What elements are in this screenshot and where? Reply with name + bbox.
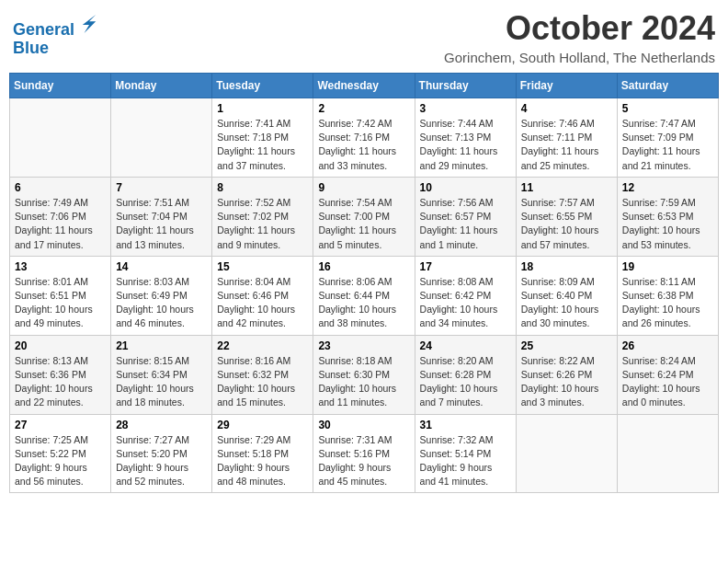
day-number: 26: [622, 339, 713, 352]
day-number: 18: [521, 260, 612, 273]
day-number: 10: [420, 181, 511, 194]
calendar-cell: 4Sunrise: 7:46 AMSunset: 7:11 PMDaylight…: [516, 98, 617, 178]
day-info: Sunrise: 8:09 AMSunset: 6:40 PMDaylight:…: [521, 275, 612, 331]
day-info: Sunrise: 7:25 AMSunset: 5:22 PMDaylight:…: [15, 433, 106, 489]
column-header-sunday: Sunday: [10, 74, 111, 98]
calendar-cell: 9Sunrise: 7:54 AMSunset: 7:00 PMDaylight…: [313, 177, 415, 256]
day-number: 19: [622, 260, 713, 273]
day-number: 28: [116, 419, 207, 431]
day-info: Sunrise: 7:47 AMSunset: 7:09 PMDaylight:…: [622, 117, 713, 173]
day-info: Sunrise: 7:54 AMSunset: 7:00 PMDaylight:…: [318, 196, 409, 252]
day-number: 27: [15, 419, 106, 431]
day-info: Sunrise: 7:27 AMSunset: 5:20 PMDaylight:…: [116, 433, 207, 489]
day-info: Sunrise: 7:51 AMSunset: 7:04 PMDaylight:…: [116, 196, 207, 252]
calendar-cell: 1Sunrise: 7:41 AMSunset: 7:18 PMDaylight…: [212, 98, 313, 178]
day-info: Sunrise: 8:18 AMSunset: 6:30 PMDaylight:…: [318, 354, 409, 410]
day-number: 12: [622, 181, 713, 194]
calendar-header-row: SundayMondayTuesdayWednesdayThursdayFrid…: [10, 74, 719, 98]
day-info: Sunrise: 8:22 AMSunset: 6:26 PMDaylight:…: [521, 354, 612, 410]
day-number: 14: [116, 260, 207, 273]
day-number: 2: [318, 102, 409, 115]
day-number: 25: [521, 339, 612, 352]
day-info: Sunrise: 7:59 AMSunset: 6:53 PMDaylight:…: [622, 196, 713, 252]
day-number: 3: [420, 102, 511, 115]
logo-blue: Blue: [13, 39, 49, 57]
day-info: Sunrise: 7:32 AMSunset: 5:14 PMDaylight:…: [420, 433, 511, 489]
month-title: October 2024: [444, 9, 715, 48]
calendar-week-row: 13Sunrise: 8:01 AMSunset: 6:51 PMDayligh…: [10, 256, 719, 335]
column-header-monday: Monday: [111, 74, 212, 98]
calendar-cell: 16Sunrise: 8:06 AMSunset: 6:44 PMDayligh…: [313, 256, 415, 335]
svg-marker-0: [83, 15, 96, 33]
day-info: Sunrise: 7:46 AMSunset: 7:11 PMDaylight:…: [521, 117, 612, 173]
calendar-cell: 8Sunrise: 7:52 AMSunset: 7:02 PMDaylight…: [212, 177, 313, 256]
day-info: Sunrise: 8:16 AMSunset: 6:32 PMDaylight:…: [217, 354, 308, 410]
calendar-cell: 11Sunrise: 7:57 AMSunset: 6:55 PMDayligh…: [516, 177, 617, 256]
day-number: 1: [217, 102, 308, 115]
day-number: 5: [622, 102, 713, 115]
day-info: Sunrise: 8:06 AMSunset: 6:44 PMDaylight:…: [318, 275, 409, 331]
calendar-cell: 28Sunrise: 7:27 AMSunset: 5:20 PMDayligh…: [111, 414, 212, 493]
day-info: Sunrise: 8:08 AMSunset: 6:42 PMDaylight:…: [420, 275, 511, 331]
calendar-cell: 12Sunrise: 7:59 AMSunset: 6:53 PMDayligh…: [617, 177, 718, 256]
day-number: 29: [217, 419, 308, 431]
calendar-cell: 24Sunrise: 8:20 AMSunset: 6:28 PMDayligh…: [415, 335, 516, 414]
calendar-cell: 7Sunrise: 7:51 AMSunset: 7:04 PMDaylight…: [111, 177, 212, 256]
logo-bird-icon: [81, 13, 97, 35]
day-number: 13: [15, 260, 106, 273]
calendar-cell: 29Sunrise: 7:29 AMSunset: 5:18 PMDayligh…: [212, 414, 313, 493]
calendar-cell: 2Sunrise: 7:42 AMSunset: 7:16 PMDaylight…: [313, 98, 415, 178]
day-info: Sunrise: 7:41 AMSunset: 7:18 PMDaylight:…: [217, 117, 308, 173]
day-number: 31: [420, 419, 511, 431]
calendar-cell: 27Sunrise: 7:25 AMSunset: 5:22 PMDayligh…: [10, 414, 111, 493]
day-number: 16: [318, 260, 409, 273]
day-number: 22: [217, 339, 308, 352]
calendar-cell: 5Sunrise: 7:47 AMSunset: 7:09 PMDaylight…: [617, 98, 718, 178]
calendar-cell: 6Sunrise: 7:49 AMSunset: 7:06 PMDaylight…: [10, 177, 111, 256]
day-number: 21: [116, 339, 207, 352]
calendar-cell: 18Sunrise: 8:09 AMSunset: 6:40 PMDayligh…: [516, 256, 617, 335]
day-info: Sunrise: 8:11 AMSunset: 6:38 PMDaylight:…: [622, 275, 713, 331]
day-info: Sunrise: 7:49 AMSunset: 7:06 PMDaylight:…: [15, 196, 106, 252]
day-info: Sunrise: 7:56 AMSunset: 6:57 PMDaylight:…: [420, 196, 511, 252]
day-number: 20: [15, 339, 106, 352]
day-info: Sunrise: 8:20 AMSunset: 6:28 PMDaylight:…: [420, 354, 511, 410]
day-number: 17: [420, 260, 511, 273]
calendar-week-row: 20Sunrise: 8:13 AMSunset: 6:36 PMDayligh…: [10, 335, 719, 414]
column-header-saturday: Saturday: [617, 74, 718, 98]
day-info: Sunrise: 8:03 AMSunset: 6:49 PMDaylight:…: [116, 275, 207, 331]
day-number: 24: [420, 339, 511, 352]
calendar-cell: 14Sunrise: 8:03 AMSunset: 6:49 PMDayligh…: [111, 256, 212, 335]
calendar-cell: 20Sunrise: 8:13 AMSunset: 6:36 PMDayligh…: [10, 335, 111, 414]
day-info: Sunrise: 8:13 AMSunset: 6:36 PMDaylight:…: [15, 354, 106, 410]
day-number: 11: [521, 181, 612, 194]
location-subtitle: Gorinchem, South Holland, The Netherland…: [444, 50, 715, 65]
calendar-cell: [10, 98, 111, 178]
calendar-cell: [516, 414, 617, 493]
day-number: 23: [318, 339, 409, 352]
day-info: Sunrise: 8:24 AMSunset: 6:24 PMDaylight:…: [622, 354, 713, 410]
day-info: Sunrise: 8:01 AMSunset: 6:51 PMDaylight:…: [15, 275, 106, 331]
calendar-cell: 31Sunrise: 7:32 AMSunset: 5:14 PMDayligh…: [415, 414, 516, 493]
calendar-cell: [617, 414, 718, 493]
day-info: Sunrise: 7:42 AMSunset: 7:16 PMDaylight:…: [318, 117, 409, 173]
day-number: 4: [521, 102, 612, 115]
calendar-week-row: 27Sunrise: 7:25 AMSunset: 5:22 PMDayligh…: [10, 414, 719, 493]
calendar-cell: 17Sunrise: 8:08 AMSunset: 6:42 PMDayligh…: [415, 256, 516, 335]
day-info: Sunrise: 7:29 AMSunset: 5:18 PMDaylight:…: [217, 433, 308, 489]
title-area: October 2024 Gorinchem, South Holland, T…: [444, 9, 715, 65]
page-header: General Blue October 2024 Gorinchem, Sou…: [9, 9, 719, 65]
calendar-cell: 30Sunrise: 7:31 AMSunset: 5:16 PMDayligh…: [313, 414, 415, 493]
day-number: 9: [318, 181, 409, 194]
calendar-cell: 15Sunrise: 8:04 AMSunset: 6:46 PMDayligh…: [212, 256, 313, 335]
calendar-cell: 13Sunrise: 8:01 AMSunset: 6:51 PMDayligh…: [10, 256, 111, 335]
day-number: 30: [318, 419, 409, 431]
day-info: Sunrise: 8:15 AMSunset: 6:34 PMDaylight:…: [116, 354, 207, 410]
day-info: Sunrise: 8:04 AMSunset: 6:46 PMDaylight:…: [217, 275, 308, 331]
calendar-cell: 25Sunrise: 8:22 AMSunset: 6:26 PMDayligh…: [516, 335, 617, 414]
column-header-wednesday: Wednesday: [313, 74, 415, 98]
calendar-cell: 21Sunrise: 8:15 AMSunset: 6:34 PMDayligh…: [111, 335, 212, 414]
day-info: Sunrise: 7:52 AMSunset: 7:02 PMDaylight:…: [217, 196, 308, 252]
calendar-cell: 22Sunrise: 8:16 AMSunset: 6:32 PMDayligh…: [212, 335, 313, 414]
day-number: 15: [217, 260, 308, 273]
